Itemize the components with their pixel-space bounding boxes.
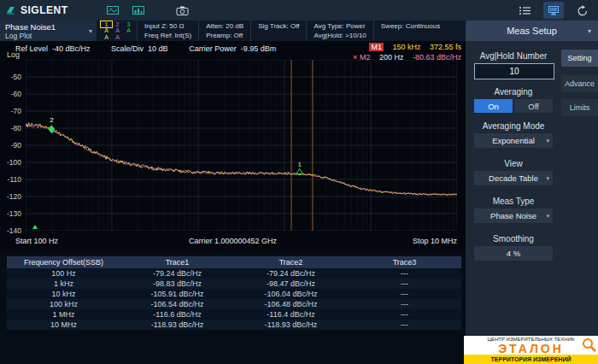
col-header-trace1: Trace1	[120, 258, 234, 267]
smoothing-label: Smoothing	[466, 234, 561, 244]
reset-icon[interactable]	[572, 2, 593, 19]
panel-title: Meas Setup	[507, 26, 557, 36]
cell-trace1: -116.6 dBc/Hz	[120, 310, 234, 319]
table-row: 10 MHz-118.93 dBc/Hz-118.93 dBc/Hz---	[7, 320, 461, 330]
brand-text: SIGLENT	[21, 4, 68, 16]
measurement-mode-selector[interactable]: Phase Noise1 Log Plot	[0, 21, 97, 41]
cell-trace2: -79.24 dBc/Hz	[234, 269, 348, 278]
cell-trace2: -98.47 dBc/Hz	[234, 279, 348, 288]
table-row: 10 kHz-105.91 dBc/Hz-106.04 dBc/Hz---	[7, 289, 461, 299]
trace-1-mode[interactable]: A	[101, 27, 112, 33]
cell-trace1: -106.54 dBc/Hz	[120, 300, 234, 308]
setting-group-atten: Atten: 20 dB Preamp: Off	[198, 21, 250, 41]
tab-limits[interactable]: Limits	[561, 99, 598, 116]
avg-hold-number-input[interactable]: 10	[474, 63, 554, 79]
trace-2-number[interactable]: 2	[112, 21, 123, 27]
cell-offset: 100 kHz	[7, 300, 120, 308]
mode-title: Phase Noise1	[5, 22, 97, 32]
trace-2-mode[interactable]: A	[112, 27, 123, 33]
setting-preamp: Preamp: Off	[206, 31, 243, 40]
col-header-offset: Frequency Offset(SSB)	[7, 258, 120, 267]
view-value: Decade Table	[489, 173, 538, 183]
cell-trace3: ---	[348, 300, 461, 308]
y-tick: -140	[0, 226, 21, 235]
grid-screen-icon[interactable]	[128, 2, 149, 19]
averaging-label: Averaging	[466, 87, 561, 97]
setting-freq-ref: Freq Ref: Int(S)	[144, 31, 191, 40]
scale-div-value: 10 dB	[148, 44, 168, 53]
trace-3-mode[interactable]: A	[123, 27, 134, 33]
cell-trace3: ---	[348, 320, 461, 329]
chart-info-row: Ref Level-40 dBc/Hz Scale/Div10 dB Carri…	[15, 44, 276, 53]
siglent-logo-icon	[5, 5, 16, 16]
cell-trace2: -118.93 dBc/Hz	[234, 320, 348, 329]
scale-div-label: Scale/Div	[111, 44, 144, 53]
cell-trace3: ---	[348, 279, 461, 288]
smoothing-value-box[interactable]: 4 %	[474, 246, 553, 261]
etalon-watermark: ЦЕНТР ИЗМЕРИТЕЛЬНЫХ ТЕХНИК ЭТАЛОН ТЕРРИТ…	[464, 336, 598, 364]
waveform-screen-icon[interactable]	[103, 2, 123, 19]
cell-trace1: -105.91 dBc/Hz	[120, 290, 234, 298]
camera-icon[interactable]	[173, 2, 193, 19]
cell-trace3: ---	[348, 310, 461, 319]
averaging-mode-label: Averaging Mode	[466, 121, 561, 131]
view-dropdown[interactable]: Decade Table	[474, 171, 553, 185]
avg-hold-number-label: Avg|Hold Number	[466, 51, 561, 61]
trace-status-grid: 1 2 3 A A A A A	[101, 21, 134, 40]
trace-3-number[interactable]: 3	[123, 21, 134, 27]
cell-trace3: ---	[348, 269, 461, 278]
stop-freq-label: Stop 10 MHz	[413, 237, 457, 245]
cell-offset: 10 MHz	[7, 320, 120, 329]
trace-2-detector[interactable]: A	[112, 34, 123, 40]
cell-trace1: -79.24 dBc/Hz	[120, 269, 234, 278]
marker1-value: 372.55 fs	[430, 43, 461, 51]
meas-type-value: Phase Noise	[490, 211, 536, 220]
menu-list-icon[interactable]	[514, 2, 535, 19]
y-tick: -90	[0, 141, 21, 150]
trace-1-number[interactable]: 1	[101, 21, 112, 27]
marker1-readout: M1 150 kHz 372.55 fs	[353, 42, 461, 52]
setting-atten: Atten: 20 dB	[206, 21, 243, 31]
setting-sweep: Sweep: Continuous	[381, 21, 440, 31]
phase-noise-analyzer-app: SIGLENT Phase Noise1	[0, 0, 598, 364]
y-tick: -120	[0, 192, 21, 201]
cell-offset: 1 kHz	[7, 279, 120, 288]
chevron-down-icon	[588, 27, 591, 35]
tab-advance[interactable]: Advance	[561, 75, 598, 92]
averaging-mode-dropdown[interactable]: Exponential	[474, 133, 553, 148]
y-tick: -60	[0, 90, 21, 98]
panel-title-dropdown[interactable]: Meas Setup	[466, 21, 598, 41]
col-header-trace2: Trace2	[234, 258, 348, 267]
phase-noise-plot[interactable]: 12	[26, 60, 457, 231]
cell-trace2: -106.04 dBc/Hz	[234, 290, 348, 298]
marker1-name[interactable]: M1	[369, 43, 384, 51]
table-row: 1 kHz-98.83 dBc/Hz-98.47 dBc/Hz---	[7, 279, 461, 289]
remote-monitor-icon[interactable]	[543, 2, 564, 19]
setting-group-sigtrack: Sig Track: Off	[250, 21, 306, 41]
carrier-power-label: Carrier Power	[189, 44, 237, 53]
setting-group-avg: Avg Type: Power Avg|Hold: >10/10	[306, 21, 372, 41]
averaging-on-button[interactable]: On	[474, 99, 513, 113]
cell-trace1: -98.83 dBc/Hz	[120, 279, 234, 288]
marker1-freq: 150 kHz	[392, 43, 420, 51]
trace-1-detector[interactable]: A	[101, 34, 112, 40]
watermark-bottom-text: ТЕРРИТОРИЯ ИЗМЕРЕНИЙ	[464, 355, 598, 364]
plot-area[interactable]: 12	[26, 60, 457, 231]
averaging-off-button[interactable]: Off	[514, 99, 553, 113]
tab-setting[interactable]: Setting	[561, 50, 598, 67]
y-axis-ticks: -50 -60 -70 -80 -90 -100 -110 -120 -130 …	[0, 60, 23, 231]
watermark-brand-text: ЭТАЛОН	[464, 343, 598, 355]
cell-offset: 100 Hz	[7, 269, 120, 278]
y-tick: -100	[0, 158, 21, 167]
y-tick: -80	[0, 124, 21, 132]
decade-table: Frequency Offset(SSB) Trace1 Trace2 Trac…	[7, 256, 461, 330]
meas-type-dropdown[interactable]: Phase Noise	[474, 208, 553, 223]
chevron-down-icon	[546, 175, 549, 182]
setting-group-input: Input Z: 50 Ω Freq Ref: Int(S)	[137, 21, 198, 41]
mode-subtitle: Log Plot	[5, 32, 97, 40]
trace-3-detector[interactable]	[123, 34, 134, 40]
table-row: 100 Hz-79.24 dBc/Hz-79.24 dBc/Hz---	[7, 268, 461, 279]
setting-avg-hold: Avg|Hold: >10/10	[314, 31, 366, 40]
log-axis-label: Log	[7, 50, 20, 59]
col-header-trace3: Trace3	[348, 258, 461, 267]
